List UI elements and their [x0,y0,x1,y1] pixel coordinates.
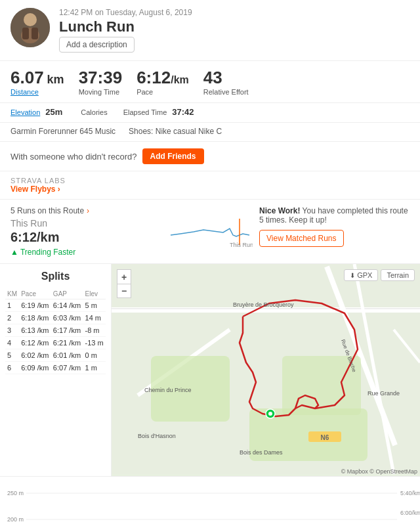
flybys-arrow-icon: › [58,185,60,194]
distance-stat: 6.07 km Distance [10,68,64,96]
pace-stat: 6:12/km Pace [136,68,189,96]
add-friends-button[interactable]: Add Friends [142,148,204,164]
split-pace: 6:19 /km [19,299,51,312]
map-zoom-controls: + − [117,269,131,298]
gear-row: Garmin Forerunner 645 Music Shoes: Nike … [0,123,420,142]
gpx-button[interactable]: ⬇ GPX [344,269,378,281]
device-info: Garmin Forerunner 645 Music [10,127,116,136]
svg-text:N6: N6 [321,434,329,441]
this-run-sublabel: This Run [10,218,161,229]
split-elev: -13 m [83,337,106,349]
split-pace: 6:02 /km [19,349,51,362]
split-pace: 6:12 /km [19,337,51,349]
svg-point-20 [268,412,272,416]
map-svg: N6 Bruyère de Brocqueroy Chemin du Princ… [112,264,420,474]
splits-title: Splits [5,271,106,282]
avatar [10,8,50,47]
route-left: 5 Runs on this Route › This Run 6:12/km … [10,206,161,257]
route-runs-label: 5 Runs on this Route › [10,206,161,215]
splits-map-section: Splits KM Pace GAP Elev 1 6:19 /km 6:14 … [0,264,420,477]
moving-time-value: 37:39 [79,68,123,88]
split-km: 4 [5,337,19,349]
split-km: 5 [5,349,19,362]
add-description-button[interactable]: Add a description [59,37,135,53]
strava-labs-section: STRAVA LABS View Flybys › [0,171,420,200]
relative-effort-stat: 43 Relative Effort [203,68,249,96]
splits-panel: Splits KM Pace GAP Elev 1 6:19 /km 6:14 … [0,264,112,476]
svg-text:Chemin du Prince: Chemin du Prince [144,387,192,393]
elevation-chart-svg: 250 m 200 m 150 m 100 m 5:40/km 6:00/km … [0,477,420,526]
elevation-stat: Elevation 25m Calories [10,107,108,117]
distance-value: 6.07 km [10,68,64,88]
svg-text:Bois des Dames: Bois des Dames [240,449,283,456]
pace-value: 6:12/km [136,68,189,88]
activity-title: Lunch Run [59,18,410,35]
splits-table-row: 4 6:12 /km 6:21 /km -13 m [5,337,106,349]
svg-text:This Run: This Run [230,242,253,248]
pace-label: Pace [136,88,189,96]
header-info: 12:42 PM on Tuesday, August 6, 2019 Lunc… [59,8,410,53]
split-gap: 6:01 /km [51,349,83,362]
svg-text:6:00/km: 6:00/km [400,510,420,516]
route-pace-value: 6:12/km [10,230,161,245]
friends-text: With someone who didn't record? [10,152,137,162]
split-km: 3 [5,324,19,337]
splits-col-pace: Pace [19,289,51,299]
split-gap: 6:03 /km [51,312,83,324]
svg-text:Bois d'Hasnon: Bois d'Hasnon [138,433,176,439]
split-gap: 6:21 /km [51,337,83,349]
split-pace: 6:18 /km [19,312,51,324]
moving-time-stat: 37:39 Moving Time [79,68,123,96]
relative-effort-value: 43 [203,68,249,88]
elapsed-stat: Elapsed Time 37:42 [123,107,194,117]
map-top-right-controls: ⬇ GPX Terrain [344,269,415,281]
top-stats-row: 6.07 km Distance 37:39 Moving Time 6:12/… [0,61,420,103]
split-pace: 6:09 /km [19,362,51,374]
splits-col-gap: GAP [51,289,83,299]
friends-row: With someone who didn't record? Add Frie… [0,142,420,171]
route-right: Nice Work! You have completed this route… [259,206,410,247]
nice-work-text: Nice Work! You have completed this route… [259,206,410,225]
split-km: 6 [5,362,19,374]
view-matched-runs-button[interactable]: View Matched Runs [259,230,344,247]
splits-table-row: 3 6:13 /km 6:17 /km -8 m [5,324,106,337]
svg-text:200 m: 200 m [7,516,24,523]
zoom-out-button[interactable]: − [117,284,131,298]
download-icon: ⬇ [350,272,355,279]
elapsed-label: Elapsed Time [123,108,167,116]
elapsed-value: 37:42 [172,107,194,117]
svg-rect-27 [0,477,420,526]
splits-table-row: 1 6:19 /km 6:14 /km 5 m [5,299,106,312]
split-elev: 14 m [83,312,106,324]
secondary-stats-row: Elevation 25m Calories Elapsed Time 37:4… [0,103,420,123]
splits-table-row: 6 6:09 /km 6:07 /km 1 m [5,362,106,374]
strava-labs-label: STRAVA LABS [10,177,410,185]
elevation-section: 250 m 200 m 150 m 100 m 5:40/km 6:00/km … [0,477,420,526]
split-gap: 6:17 /km [51,324,83,337]
elevation-label[interactable]: Elevation [10,108,40,116]
view-flybys-link[interactable]: View Flybys › [10,185,60,194]
splits-col-km: KM [5,289,19,299]
split-km: 1 [5,299,19,312]
splits-col-elev: Elev [83,289,106,299]
route-mini-chart: This Run [167,215,253,248]
elevation-value: 25m [45,107,62,117]
moving-time-label: Moving Time [79,88,123,96]
distance-label[interactable]: Distance [10,88,64,96]
route-section: 5 Runs on this Route › This Run 6:12/km … [0,200,420,264]
svg-point-1 [24,13,37,26]
shoes-info: Shoes: Nike casual Nike C [129,127,222,136]
svg-text:250 m: 250 m [7,490,24,496]
svg-text:Bruyère de Brocqueroy: Bruyère de Brocqueroy [233,301,294,308]
zoom-in-button[interactable]: + [117,269,131,284]
relative-effort-label: Relative Effort [203,88,249,96]
calories-label: Calories [81,108,107,116]
map-attribution: © Mapbox © OpenStreetMap [341,468,417,475]
split-elev: 5 m [83,299,106,312]
terrain-button[interactable]: Terrain [381,269,415,281]
split-km: 2 [5,312,19,324]
split-elev: 1 m [83,362,106,374]
splits-table-row: 2 6:18 /km 6:03 /km 14 m [5,312,106,324]
split-elev: 0 m [83,349,106,362]
svg-text:5:40/km: 5:40/km [400,490,420,496]
